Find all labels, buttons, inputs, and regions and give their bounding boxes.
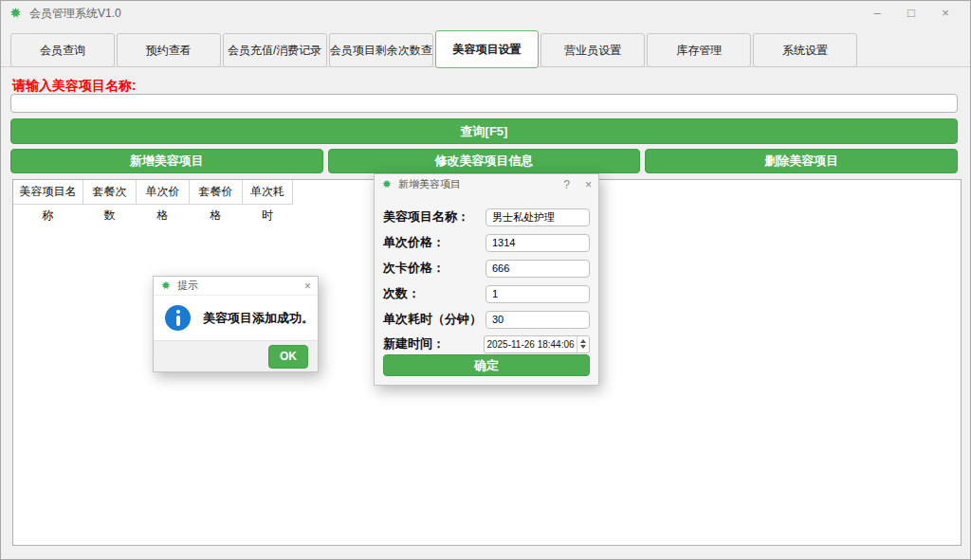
duration-field[interactable] — [486, 311, 590, 329]
column-header-package-price[interactable]: 套餐价格 — [190, 180, 243, 205]
project-name-input[interactable] — [10, 94, 958, 113]
dialog-leaf-icon — [381, 179, 393, 190]
maximize-icon[interactable]: □ — [894, 2, 928, 25]
dialog-leaf-icon — [160, 280, 172, 292]
add-dialog-title: 新增美容项目 — [398, 177, 461, 191]
tab-system-settings[interactable]: 系统设置 — [753, 33, 857, 67]
spin-down-icon[interactable] — [580, 345, 586, 349]
create-time-label: 新建时间： — [383, 335, 445, 352]
tab-remaining-times-query[interactable]: 会员项目剩余次数查询 — [329, 33, 433, 67]
minimize-icon[interactable]: – — [860, 2, 894, 25]
card-price-label: 次卡价格： — [383, 260, 445, 277]
field-single-price: 单次价格： — [383, 232, 590, 253]
message-body: 美容项目添加成功。 — [154, 296, 318, 340]
close-icon[interactable]: × — [585, 178, 592, 191]
tab-recharge-consume-records[interactable]: 会员充值/消费记录 — [223, 33, 327, 67]
crud-button-row: 新增美容项目 修改美容项目信息 删除美容项目 — [10, 149, 958, 173]
add-project-button[interactable]: 新增美容项目 — [10, 149, 323, 173]
title-bar: 会员管理系统V1.0 – □ × — [1, 1, 970, 26]
add-project-dialog: 新增美容项目 ? × 美容项目名称： 单次价格： 次卡价格： 次数： 单次耗时（… — [374, 173, 599, 386]
tab-beauty-project-settings[interactable]: 美容项目设置 — [435, 30, 540, 68]
tab-bar: 会员查询 预约查看 会员充值/消费记录 会员项目剩余次数查询 美容项目设置 营业… — [10, 31, 857, 67]
tab-salesperson-settings[interactable]: 营业员设置 — [540, 33, 645, 67]
close-icon[interactable]: × — [928, 2, 962, 25]
add-dialog-title-bar: 新增美容项目 ? × — [375, 174, 598, 194]
field-create-time: 新建时间： 2025-11-26 18:44:06 — [383, 334, 590, 354]
column-header-project-name[interactable]: 美容项目名称 — [13, 180, 83, 205]
field-times: 次数： — [383, 283, 590, 304]
times-field[interactable] — [486, 285, 590, 303]
project-name-prompt: 请输入美容项目名称: — [12, 78, 137, 95]
datetime-spinner[interactable] — [577, 336, 589, 352]
column-header-single-duration[interactable]: 单次耗时 — [243, 180, 293, 205]
create-time-value: 2025-11-26 18:44:06 — [485, 339, 577, 350]
close-icon[interactable]: × — [304, 280, 311, 293]
query-button[interactable]: 查询[F5] — [10, 118, 958, 144]
column-header-package-times[interactable]: 套餐次数 — [83, 180, 137, 205]
card-price-field[interactable] — [486, 260, 590, 278]
times-label: 次数： — [383, 285, 420, 302]
ok-button[interactable]: OK — [268, 345, 308, 369]
message-dialog: 提示 × 美容项目添加成功。 OK — [153, 276, 319, 372]
column-header-single-price[interactable]: 单次价格 — [137, 180, 190, 205]
message-footer: OK — [154, 340, 318, 371]
field-card-price: 次卡价格： — [383, 258, 590, 279]
tab-appointment-view[interactable]: 预约查看 — [117, 33, 221, 67]
window-title: 会员管理系统V1.0 — [29, 6, 121, 22]
app-window: 会员管理系统V1.0 – □ × 会员查询 预约查看 会员充值/消费记录 会员项… — [0, 0, 971, 560]
spin-up-icon[interactable] — [580, 339, 586, 343]
tab-inventory-management[interactable]: 库存管理 — [647, 33, 751, 67]
help-icon[interactable]: ? — [563, 178, 570, 191]
project-name-field[interactable] — [486, 208, 590, 226]
tab-member-query[interactable]: 会员查询 — [10, 33, 115, 67]
message-dialog-title-bar: 提示 × — [154, 277, 318, 296]
create-time-datetime-input[interactable]: 2025-11-26 18:44:06 — [484, 335, 590, 353]
app-leaf-icon — [9, 7, 23, 21]
single-price-field[interactable] — [486, 234, 590, 252]
message-dialog-title: 提示 — [177, 279, 198, 293]
duration-label: 单次耗时（分钟） — [383, 311, 482, 328]
confirm-button[interactable]: 确定 — [383, 354, 590, 376]
message-text: 美容项目添加成功。 — [203, 310, 314, 327]
info-icon — [165, 305, 191, 331]
field-duration: 单次耗时（分钟） — [383, 309, 590, 330]
project-name-label: 美容项目名称： — [383, 208, 469, 226]
single-price-label: 单次价格： — [383, 234, 445, 251]
edit-project-button[interactable]: 修改美容项目信息 — [328, 149, 641, 173]
field-project-name: 美容项目名称： — [383, 207, 590, 227]
delete-project-button[interactable]: 删除美容项目 — [645, 149, 958, 173]
